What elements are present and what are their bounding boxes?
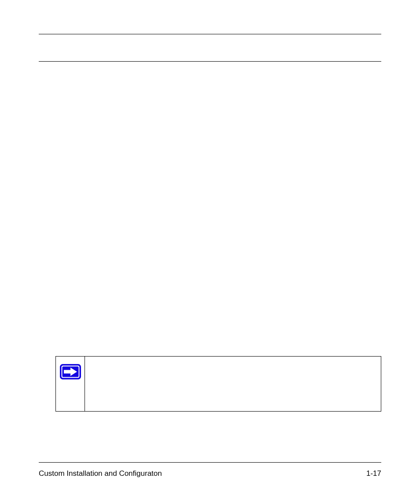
header-rule-bottom — [39, 61, 381, 62]
document-page: Custom Installation and Configuraton 1-1… — [0, 0, 420, 504]
arrow-right-icon — [60, 364, 81, 379]
footer-section-title: Custom Installation and Configuraton — [39, 469, 162, 478]
note-box-divider — [85, 357, 85, 411]
note-box — [55, 356, 381, 412]
header-rule-top — [39, 34, 381, 34]
page-footer: Custom Installation and Configuraton 1-1… — [39, 469, 381, 478]
footer-page-number: 1-17 — [366, 469, 381, 478]
footer-rule — [39, 462, 381, 463]
